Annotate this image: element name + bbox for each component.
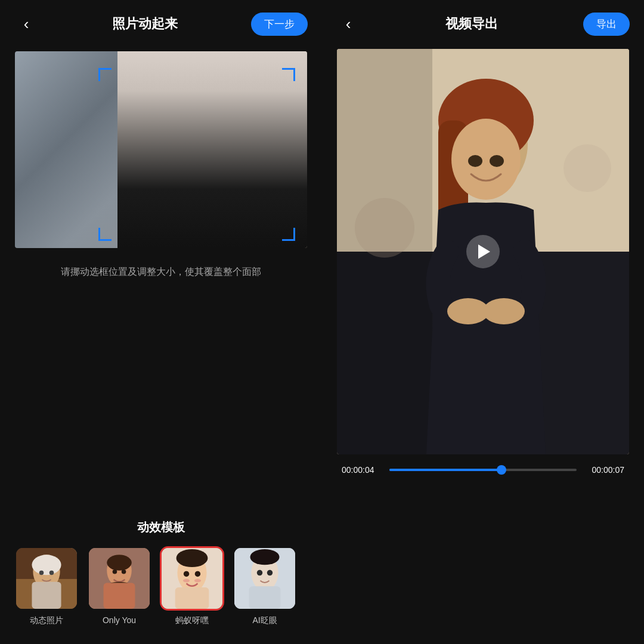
- svg-point-11: [122, 569, 126, 574]
- play-button[interactable]: [466, 235, 500, 268]
- svg-point-5: [49, 571, 54, 575]
- svg-point-17: [195, 571, 200, 577]
- video-player[interactable]: [337, 49, 629, 454]
- template-thumb-dynamic[interactable]: [14, 546, 79, 611]
- template-section: 动效模板: [0, 519, 322, 644]
- right-back-button[interactable]: ‹: [336, 12, 360, 36]
- svg-point-38: [483, 298, 525, 324]
- thumb-inner-dynamic: [16, 548, 77, 609]
- left-header: ‹ 照片动起来 下一步: [0, 0, 322, 45]
- play-icon: [478, 244, 490, 259]
- left-back-button[interactable]: ‹: [14, 12, 38, 36]
- progress-dot[interactable]: [497, 465, 506, 475]
- time-current: 00:00:04: [342, 465, 382, 475]
- photo-canvas[interactable]: [15, 51, 307, 248]
- svg-point-24: [257, 570, 262, 575]
- right-page-title: 视频导出: [445, 15, 498, 33]
- template-label-onlyyou: Only You: [103, 615, 136, 625]
- template-label-maya: 蚂蚁呀嘿: [175, 615, 209, 626]
- template-item-dynamic[interactable]: 动态照片: [14, 546, 79, 626]
- progress-fill: [389, 469, 501, 471]
- template-list: 动态照片: [12, 546, 310, 626]
- svg-point-19: [194, 579, 201, 583]
- svg-point-15: [177, 549, 208, 567]
- svg-point-34: [451, 119, 521, 200]
- svg-point-35: [468, 155, 482, 167]
- template-item-onlyyou[interactable]: Only You: [87, 546, 151, 626]
- svg-rect-20: [175, 587, 209, 609]
- svg-point-16: [184, 571, 189, 577]
- right-panel: ‹ 视频导出 导出: [322, 0, 644, 644]
- svg-point-39: [355, 198, 414, 258]
- svg-point-37: [447, 298, 489, 324]
- export-button[interactable]: 导出: [583, 13, 630, 36]
- svg-point-36: [490, 155, 504, 167]
- svg-point-9: [107, 555, 132, 570]
- next-button[interactable]: 下一步: [251, 13, 308, 36]
- woman-figure: [117, 51, 308, 248]
- template-item-aieye[interactable]: AI眨眼: [233, 546, 297, 626]
- main-photo: [117, 51, 308, 248]
- right-header: ‹ 视频导出 导出: [322, 0, 644, 45]
- left-page-title: 照片动起来: [112, 15, 178, 33]
- template-item-maya[interactable]: 蚂蚁呀嘿: [160, 546, 224, 626]
- svg-point-25: [267, 570, 273, 575]
- svg-rect-26: [249, 586, 281, 609]
- svg-rect-12: [104, 583, 135, 609]
- template-label-aieye: AI眨眼: [252, 615, 277, 626]
- progress-track[interactable]: [389, 469, 577, 471]
- svg-point-3: [32, 555, 61, 575]
- template-thumb-aieye[interactable]: [233, 546, 297, 611]
- svg-point-10: [113, 569, 117, 574]
- instruction-text: 请挪动选框位置及调整大小，使其覆盖整个面部: [61, 265, 261, 279]
- svg-point-40: [564, 144, 611, 192]
- time-total: 00:00:07: [584, 465, 624, 475]
- svg-point-23: [250, 549, 279, 565]
- template-thumb-maya[interactable]: [160, 546, 224, 611]
- thumb-inner-aieye: [234, 548, 295, 609]
- timeline-row: 00:00:04 00:00:07: [337, 465, 629, 475]
- template-thumb-onlyyou[interactable]: [87, 546, 151, 611]
- template-label-dynamic: 动态照片: [30, 615, 63, 626]
- thumb-inner-maya: [162, 548, 222, 609]
- svg-point-4: [39, 571, 44, 575]
- svg-rect-6: [32, 582, 61, 609]
- svg-point-18: [183, 579, 190, 583]
- thumb-inner-onlyyou: [89, 548, 150, 609]
- template-section-title: 动效模板: [12, 519, 310, 535]
- left-panel: ‹ 照片动起来 下一步 请挪动选框位置及调整大小，使其覆盖整个面部 动效模板: [0, 0, 322, 644]
